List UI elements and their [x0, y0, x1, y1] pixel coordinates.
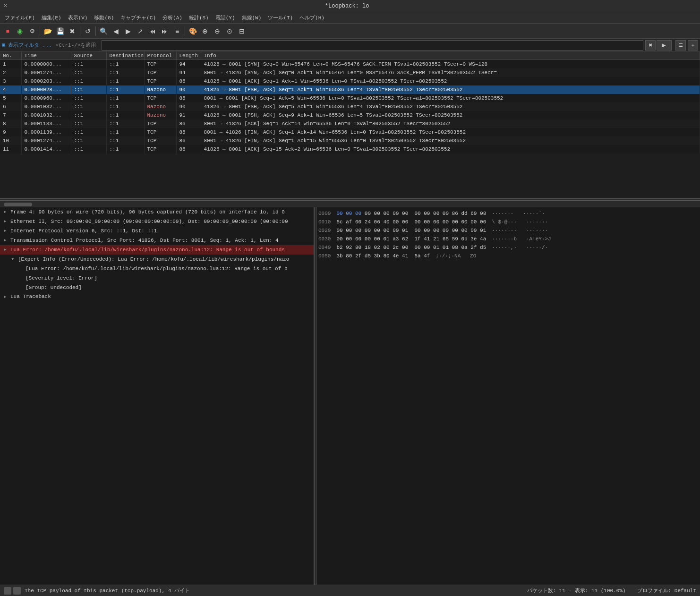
detail-item-frame[interactable]: ▶Frame 4: 90 bytes on wire (720 bits), 9…: [0, 207, 314, 217]
table-row[interactable]: 20.0001274...::1::1TCP948001 → 41826 [SY…: [0, 68, 700, 77]
detail-item-ipv6[interactable]: ▶Internet Protocol Version 6, Src: ::1, …: [0, 226, 314, 236]
hex-row: 0040b2 92 80 18 02 00 2c 00 00 00 01 01 …: [318, 243, 698, 252]
zoom-in-button[interactable]: ⊕: [199, 26, 211, 37]
menu-telephony[interactable]: 電話(Y): [213, 13, 238, 22]
toolbar: ■ ◉ ⚙ 📂 💾 ✖ ↺ 🔍 ◀ ▶ ↗ ⏮ ⏭ ≡ 🎨 ⊕ ⊖ ⊙ ⊟: [0, 24, 700, 39]
filter-input[interactable]: [102, 40, 643, 51]
hex-offset: 0030: [318, 235, 331, 243]
menu-edit[interactable]: 編集(E): [39, 13, 64, 22]
scrollbar-thumb: [4, 203, 32, 206]
table-row[interactable]: 10.0000000...::1::1TCP9441826 → 8001 [SY…: [0, 60, 700, 68]
options-button[interactable]: ⚙: [26, 26, 38, 37]
open-button[interactable]: 📂: [42, 26, 53, 37]
hex-bytes: 00 00 00 00 00 00 00 01 00 00 00 00 00 0…: [336, 226, 486, 235]
hex-row: 00105c af 00 24 06 40 00 00 00 00 00 00 …: [318, 218, 698, 226]
resize-cols-button[interactable]: ⊟: [236, 26, 248, 37]
expand-arrow[interactable]: ▶: [4, 227, 9, 235]
hex-row: 003000 00 00 00 00 01 a3 62 1f 41 21 65 …: [318, 235, 698, 243]
go-back-button[interactable]: ◀: [110, 26, 121, 37]
hex-ascii: ········ ·······: [492, 226, 548, 235]
detail-text: Transmission Control Protocol, Src Port:…: [10, 236, 279, 245]
autoscroll-button[interactable]: ≡: [171, 26, 183, 37]
save-button[interactable]: 💾: [54, 26, 66, 37]
col-destination[interactable]: Destination: [106, 52, 144, 60]
detail-item-tcp[interactable]: ▶Transmission Control Protocol, Src Port…: [0, 236, 314, 245]
expand-arrow[interactable]: ▼: [11, 255, 16, 264]
start-capture-button[interactable]: ◉: [14, 26, 26, 37]
zoom-reset-button[interactable]: ⊙: [224, 26, 235, 37]
lua-traceback-text: Lua Traceback: [10, 294, 51, 299]
table-row[interactable]: 110.0001414...::1::1TCP8641826 → 8001 [A…: [0, 145, 700, 153]
filter-label: 表示フィルタ ...: [8, 42, 51, 49]
col-length[interactable]: Length: [176, 52, 201, 60]
table-row[interactable]: 30.0000203...::1::1TCP8641826 → 8001 [AC…: [0, 77, 700, 85]
table-row[interactable]: 60.0001032...::1::1Nazono9041826 → 8001 …: [0, 102, 700, 111]
table-row[interactable]: 80.0001133...::1::1TCP868001 → 41826 [AC…: [0, 119, 700, 128]
expand-arrow[interactable]: ▶: [4, 236, 9, 245]
filter-hint: <Ctrl-/>を適用: [56, 42, 96, 49]
menu-tools[interactable]: ツール(T): [265, 13, 296, 22]
menu-view[interactable]: 表示(V): [65, 13, 91, 22]
reload-button[interactable]: ↺: [82, 26, 94, 37]
table-row[interactable]: 90.0001139...::1::1TCP868001 → 41826 [FI…: [0, 128, 700, 136]
menu-go[interactable]: 移動(G): [91, 13, 117, 22]
hex-highlight: 00 00 00: [336, 211, 361, 216]
detail-item-severity[interactable]: [Severity level: Error]: [0, 273, 314, 283]
detail-item-group[interactable]: [Group: Undecoded]: [0, 283, 314, 292]
expand-arrow[interactable]: ▶: [4, 208, 9, 216]
menu-capture[interactable]: キャプチャ(C): [118, 13, 159, 22]
detail-text: Internet Protocol Version 6, Src: ::1, D…: [10, 227, 157, 235]
last-packet-button[interactable]: ⏭: [159, 26, 171, 37]
detail-item-ethernet[interactable]: ▶Ethernet II, Src: 00:00:00_00:00:00 (00…: [0, 217, 314, 226]
colorize-button[interactable]: 🎨: [187, 26, 198, 37]
go-forward-button[interactable]: ▶: [122, 26, 134, 37]
hex-ascii: ·······b ·A!eY·>J: [492, 235, 551, 243]
hex-bytes: 00 00 00 00 00 01 a3 62 1f 41 21 65 59 0…: [336, 235, 486, 243]
detail-item-expert-info[interactable]: ▼[Expert Info (Error/Undecoded): Lua Err…: [0, 255, 314, 264]
find-button[interactable]: 🔍: [98, 26, 109, 37]
col-no[interactable]: No.: [0, 52, 21, 60]
hex-ascii: ;·/·;·NA ZO: [435, 252, 476, 260]
hex-normal: 00 00 00 00 00 00 00 00 00 86 dd 60 08: [361, 211, 486, 216]
close-icon[interactable]: ×: [4, 3, 7, 9]
hex-ascii: ······· ·····`·: [492, 209, 545, 218]
menu-file[interactable]: ファイル(F): [2, 13, 38, 22]
detail-hex-area: ▶Frame 4: 90 bytes on wire (720 bits), 9…: [0, 207, 700, 585]
packet-list[interactable]: No. Time Source Destination Protocol Len…: [0, 52, 700, 198]
separator-4: [185, 26, 185, 36]
packet-scrollbar-h[interactable]: [0, 201, 700, 207]
col-protocol[interactable]: Protocol: [144, 52, 176, 60]
menu-statistics[interactable]: 統計(S): [186, 13, 212, 22]
separator-3: [95, 26, 96, 36]
table-row[interactable]: 70.0001032...::1::1Nazono9141826 → 8001 …: [0, 111, 700, 119]
close-file-button[interactable]: ✖: [67, 26, 78, 37]
filter-bookmark-button[interactable]: ☰: [675, 40, 686, 51]
menu-wireless[interactable]: 無線(W): [239, 13, 265, 22]
zoom-out-button[interactable]: ⊖: [212, 26, 223, 37]
filter-clear-button[interactable]: ✖: [645, 40, 656, 51]
col-source[interactable]: Source: [71, 52, 106, 60]
filter-add-button[interactable]: ＋: [688, 40, 698, 51]
status-icons: [4, 587, 21, 595]
detail-item-lua-error[interactable]: ▶Lua Error: /home/kofu/.local/lib/wiresh…: [0, 245, 314, 255]
lua-traceback[interactable]: ▶Lua Traceback: [0, 292, 314, 301]
expand-arrow[interactable]: ▶: [4, 217, 9, 226]
stop-capture-button[interactable]: ■: [2, 26, 13, 37]
table-row[interactable]: 40.0000028...::1::1Nazono9041826 → 8001 …: [0, 85, 700, 94]
expand-arrow[interactable]: ▶: [4, 246, 9, 254]
lower-panel: ▶Frame 4: 90 bytes on wire (720 bits), 9…: [0, 201, 700, 585]
expand-arrow-lua[interactable]: ▶: [4, 294, 9, 299]
menu-help[interactable]: ヘルプ(H): [297, 13, 327, 22]
first-packet-button[interactable]: ⏮: [147, 26, 158, 37]
detail-panel: ▶Frame 4: 90 bytes on wire (720 bits), 9…: [0, 207, 314, 585]
col-info[interactable]: Info: [201, 52, 700, 60]
menu-analyze[interactable]: 分析(A): [160, 13, 185, 22]
filter-bar: ▣ 表示フィルタ ... <Ctrl-/>を適用 ✖ ▶ ☰ ＋: [0, 39, 700, 52]
go-to-packet-button[interactable]: ↗: [135, 26, 146, 37]
col-time[interactable]: Time: [21, 52, 71, 60]
table-row[interactable]: 100.0001274...::1::1TCP868001 → 41826 [F…: [0, 136, 700, 145]
detail-item-lua-error-sub[interactable]: [Lua Error: /home/kofu/.local/lib/wiresh…: [0, 264, 314, 273]
status-text: The TCP payload of this packet (tcp.payl…: [25, 587, 523, 594]
filter-apply-button[interactable]: ▶: [657, 40, 672, 51]
table-row[interactable]: 50.0000960...::1::1TCP868001 → 8001 [ACK…: [0, 94, 700, 102]
